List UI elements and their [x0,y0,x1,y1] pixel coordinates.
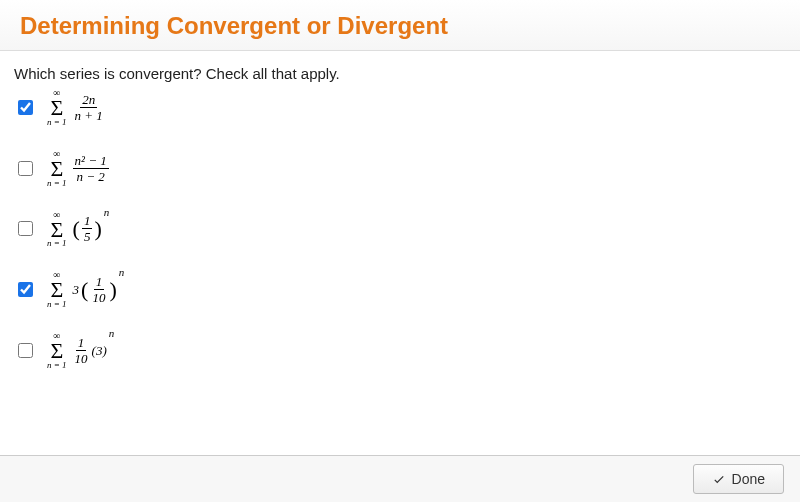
question-prompt: Which series is convergent? Check all th… [0,51,800,88]
sigma-icon: Σ [50,280,63,300]
option-3-checkbox[interactable] [18,221,33,236]
option-5-checkbox[interactable] [18,343,33,358]
check-icon [712,472,726,486]
page-title: Determining Convergent or Divergent [20,12,780,40]
option-3: ∞ Σ n = 1 ( 1 5 ) n [14,210,786,249]
options-list: ∞ Σ n = 1 2n n + 1 ∞ Σ n = 1 n² − 1 n − … [0,88,800,370]
footer: Done [0,455,800,502]
sigma-icon: Σ [50,159,63,179]
sigma-icon: Σ [50,98,63,118]
header: Determining Convergent or Divergent [0,0,800,51]
option-1: ∞ Σ n = 1 2n n + 1 [14,88,786,127]
done-button-label: Done [732,471,765,487]
option-1-expression: ∞ Σ n = 1 2n n + 1 [47,88,105,127]
sigma-icon: Σ [50,220,63,240]
option-4-expression: ∞ Σ n = 1 3 ( 1 10 ) n [47,270,124,309]
option-5-expression: ∞ Σ n = 1 1 10 (3) n [47,331,114,370]
option-4-checkbox[interactable] [18,282,33,297]
option-1-checkbox[interactable] [18,100,33,115]
sigma-icon: Σ [50,341,63,361]
option-5: ∞ Σ n = 1 1 10 (3) n [14,331,786,370]
option-2-checkbox[interactable] [18,161,33,176]
option-2: ∞ Σ n = 1 n² − 1 n − 2 [14,149,786,188]
option-4: ∞ Σ n = 1 3 ( 1 10 ) n [14,270,786,309]
done-button[interactable]: Done [693,464,784,494]
option-3-expression: ∞ Σ n = 1 ( 1 5 ) n [47,210,109,249]
option-2-expression: ∞ Σ n = 1 n² − 1 n − 2 [47,149,109,188]
